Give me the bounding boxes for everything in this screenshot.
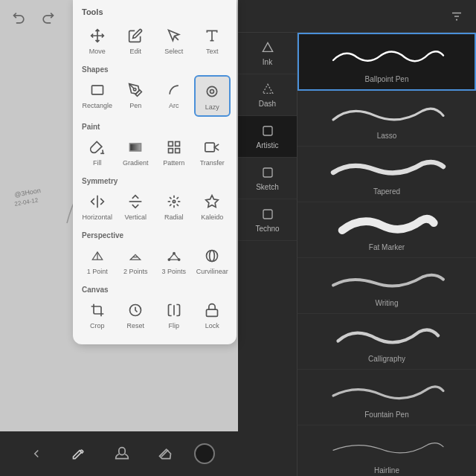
tool-select[interactable]: Select xyxy=(155,21,193,60)
perspective-section-label: Perspective xyxy=(79,228,231,241)
tool-1point[interactable]: 1 Point xyxy=(79,241,116,280)
tool-gradient-label: Gradient xyxy=(123,159,149,167)
tools-row-2: Rectangle Pen Arc Lazy xyxy=(79,75,231,117)
svg-point-39 xyxy=(207,251,218,262)
tool-crop-label: Crop xyxy=(90,322,105,329)
tool-kaleido[interactable]: Kaleido xyxy=(194,187,231,225)
curvilinear-icon xyxy=(202,245,222,266)
tool-3points-label: 3 Points xyxy=(161,268,186,275)
tool-horizontal[interactable]: Horizontal xyxy=(79,187,116,225)
tool-move[interactable]: Move xyxy=(79,21,116,60)
tool-rectangle-label: Rectangle xyxy=(82,102,112,109)
tool-reset[interactable]: Reset xyxy=(118,295,155,334)
tool-1point-label: 1 Point xyxy=(87,268,108,275)
category-dash-label: Dash xyxy=(259,100,276,108)
svg-point-40 xyxy=(210,251,215,262)
brush-writing[interactable]: Writing xyxy=(298,258,476,314)
svg-marker-49 xyxy=(263,84,272,93)
transfer-icon xyxy=(202,137,222,158)
svg-point-37 xyxy=(173,252,176,254)
tool-lazy[interactable]: Lazy xyxy=(194,75,231,117)
tool-transfer[interactable]: Transfer xyxy=(194,132,231,171)
tool-2points[interactable]: 2 Points xyxy=(118,241,155,280)
category-techno-label: Techno xyxy=(255,225,279,233)
tools-row-3: Fill Gradient Pattern xyxy=(79,132,231,171)
tool-crop[interactable]: Crop xyxy=(79,295,116,334)
category-ink[interactable]: Ink xyxy=(238,33,297,74)
back-arrow-button[interactable] xyxy=(23,440,50,467)
svg-rect-17 xyxy=(175,149,179,153)
tool-rectangle[interactable]: Rectangle xyxy=(79,75,116,117)
fat-marker-label: Fat Marker xyxy=(369,243,405,251)
svg-point-21 xyxy=(173,200,175,202)
tool-3points[interactable]: 3 Points xyxy=(155,241,193,280)
category-sketch[interactable]: Sketch xyxy=(238,158,297,199)
tools-row-4: Horizontal Vertical Radial xyxy=(79,187,231,225)
brush-hairline[interactable]: Hairline xyxy=(298,425,476,476)
lock-icon xyxy=(202,300,222,321)
tool-lock-label: Lock xyxy=(205,322,219,329)
crop-icon xyxy=(87,300,108,321)
tool-vertical[interactable]: Vertical xyxy=(118,187,155,225)
svg-rect-15 xyxy=(175,142,179,147)
category-artistic[interactable]: Artistic xyxy=(238,116,297,158)
category-artistic-label: Artistic xyxy=(257,141,279,149)
svg-line-26 xyxy=(170,197,171,199)
tool-edit[interactable]: Edit xyxy=(118,21,155,60)
tool-curvilinear[interactable]: Curvilinear xyxy=(194,241,231,280)
tool-text-label: Text xyxy=(206,48,219,55)
tool-kaleido-label: Kaleido xyxy=(201,213,223,221)
brush-content: Ink Dash Artistic xyxy=(238,33,476,476)
filter-button[interactable] xyxy=(446,6,467,27)
tool-horizontal-label: Horizontal xyxy=(82,213,112,221)
move-icon xyxy=(87,25,108,46)
svg-rect-8 xyxy=(91,86,103,94)
brush-fountain-pen[interactable]: Fountain Pen xyxy=(298,370,476,425)
brush-lasso[interactable]: Lasso xyxy=(298,91,476,147)
tool-lock[interactable]: Lock xyxy=(194,295,231,334)
brush-calligraphy[interactable]: Calligraphy xyxy=(298,314,476,370)
tool-text[interactable]: Text xyxy=(194,21,231,60)
category-techno[interactable]: Techno xyxy=(238,199,297,241)
flip-icon xyxy=(164,300,184,321)
brush-fat-marker[interactable]: Fat Marker xyxy=(298,202,476,258)
color-swatch[interactable] xyxy=(194,443,215,464)
brush-tapered[interactable]: Tapered xyxy=(298,147,476,202)
tool-flip[interactable]: Flip xyxy=(155,295,193,334)
tool-radial[interactable]: Radial xyxy=(155,187,193,225)
tool-gradient[interactable]: Gradient xyxy=(118,132,155,171)
brush-tool-button[interactable] xyxy=(65,440,92,467)
writing-label: Writing xyxy=(376,299,399,307)
brush-panel-header xyxy=(238,0,476,33)
tools-row-1: Move Edit Select xyxy=(79,21,231,60)
category-dash[interactable]: Dash xyxy=(238,74,297,116)
tool-arc[interactable]: Arc xyxy=(155,75,193,117)
tool-reset-label: Reset xyxy=(126,322,144,329)
tool-pattern[interactable]: Pattern xyxy=(155,132,193,171)
eraser-tool-button[interactable] xyxy=(152,440,178,467)
redo-button[interactable] xyxy=(36,7,60,30)
toolbar-left xyxy=(7,7,60,30)
select-icon xyxy=(164,25,184,46)
tool-pen[interactable]: Pen xyxy=(118,75,155,117)
svg-rect-16 xyxy=(168,149,173,153)
arc-icon xyxy=(164,80,184,100)
kaleido-icon xyxy=(202,191,222,212)
brush-ballpoint-pen[interactable]: Ballpoint Pen xyxy=(298,33,476,91)
tool-radial-label: Radial xyxy=(164,213,184,221)
undo-button[interactable] xyxy=(7,7,31,30)
tool-flip-label: Flip xyxy=(168,322,179,329)
tool-2points-label: 2 Points xyxy=(123,268,148,275)
svg-marker-30 xyxy=(206,196,219,208)
category-ink-label: Ink xyxy=(263,58,272,66)
smudge-tool-button[interactable] xyxy=(109,440,135,467)
fat-marker-stroke xyxy=(305,208,469,242)
fountain-pen-label: Fountain Pen xyxy=(364,411,409,419)
lasso-label: Lasso xyxy=(377,132,397,140)
tool-fill[interactable]: Fill xyxy=(79,132,116,171)
svg-point-36 xyxy=(168,259,170,261)
rectangle-icon xyxy=(87,80,108,100)
svg-line-27 xyxy=(176,205,178,206)
sketch-category-icon xyxy=(260,165,275,180)
svg-rect-43 xyxy=(207,309,218,316)
